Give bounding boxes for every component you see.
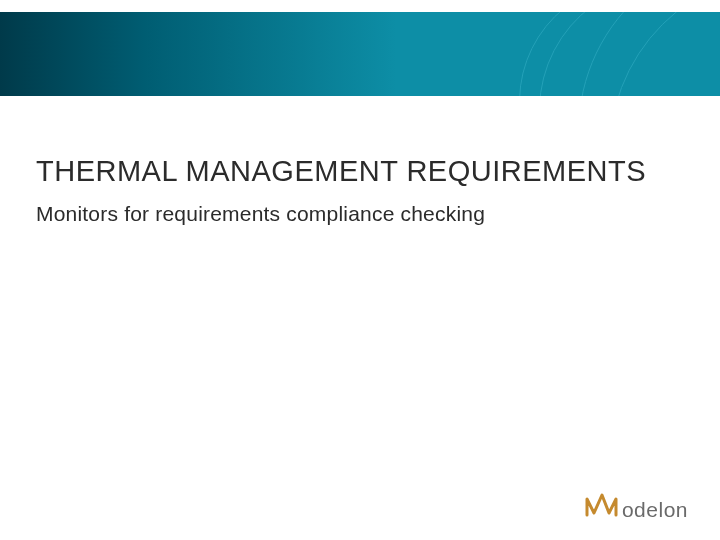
banner-arcs-decoration bbox=[460, 12, 720, 96]
slide-title: THERMAL MANAGEMENT REQUIREMENTS bbox=[36, 155, 646, 188]
brand-name: odelon bbox=[622, 498, 688, 522]
slide: THERMAL MANAGEMENT REQUIREMENTS Monitors… bbox=[0, 0, 720, 540]
slide-subtitle: Monitors for requirements compliance che… bbox=[36, 202, 485, 226]
brand-logo: odelon bbox=[585, 491, 688, 522]
header-banner bbox=[0, 12, 720, 96]
modelon-m-icon bbox=[585, 491, 621, 517]
